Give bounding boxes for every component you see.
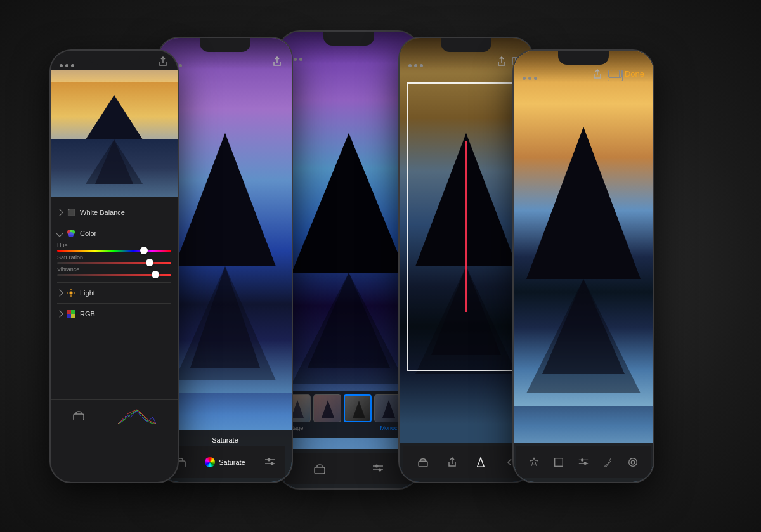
mask-tool-5[interactable] xyxy=(627,457,639,468)
overlay-bottom-3 xyxy=(279,449,419,488)
svg-marker-30 xyxy=(292,133,406,273)
vibrance-track[interactable] xyxy=(57,274,171,276)
screen-2: Saturate Saturate xyxy=(159,38,292,482)
white-balance-label: White Balance xyxy=(80,209,125,216)
arrow-light xyxy=(56,289,63,296)
color-wheel-icon xyxy=(205,457,215,467)
share-icon-5[interactable] xyxy=(592,68,603,80)
sliders-icon-2[interactable] xyxy=(264,457,276,467)
crop-box[interactable] xyxy=(407,82,526,371)
notch-5 xyxy=(558,51,609,65)
mountain-svg-2 xyxy=(159,38,292,393)
svg-rect-37 xyxy=(315,467,325,474)
dot-8 xyxy=(294,58,297,61)
light-icon xyxy=(66,288,76,298)
dot-13 xyxy=(523,77,526,80)
compare-icon-5[interactable] xyxy=(608,70,620,78)
rgb-icon xyxy=(66,309,76,319)
toolbar-5 xyxy=(516,446,651,478)
svg-marker-36 xyxy=(382,400,395,418)
svg-rect-16 xyxy=(67,314,71,318)
saturation-thumb[interactable] xyxy=(146,259,153,266)
svg-point-57 xyxy=(583,462,587,465)
share-icon-2[interactable] xyxy=(271,56,283,67)
sliders-tool-5[interactable] xyxy=(578,457,589,467)
svg-rect-14 xyxy=(67,310,71,314)
section-light: Light xyxy=(57,282,171,303)
rgb-header[interactable]: RGB xyxy=(57,308,171,320)
white-balance-header[interactable]: ⬛ White Balance xyxy=(57,206,171,219)
filter-thumb-2[interactable] xyxy=(313,394,341,422)
filter-thumb-4[interactable] xyxy=(374,394,402,422)
hue-track[interactable] xyxy=(57,250,171,252)
share-tool-4[interactable] xyxy=(447,457,457,467)
filter-row xyxy=(283,394,415,422)
svg-rect-17 xyxy=(71,314,75,318)
status-dots-4 xyxy=(408,64,423,67)
light-header[interactable]: Light xyxy=(57,287,171,299)
svg-rect-46 xyxy=(419,461,427,467)
toolbox-icon-3[interactable] xyxy=(313,464,326,474)
svg-point-55 xyxy=(581,458,584,462)
dot-1 xyxy=(60,64,63,67)
phone-1: ⬛ White Balance xyxy=(51,51,178,482)
saturation-track[interactable] xyxy=(57,262,171,264)
notch-3 xyxy=(323,32,374,46)
dot-3 xyxy=(71,64,74,67)
filter-thumb-3[interactable] xyxy=(344,394,372,422)
screen-5: Done xyxy=(514,51,653,482)
saturate-indicator: Saturate xyxy=(205,455,245,470)
vibrance-thumb[interactable] xyxy=(152,271,159,278)
screen-1: ⬛ White Balance xyxy=(51,51,178,482)
crop-tool-5[interactable] xyxy=(553,457,564,468)
arrow-color xyxy=(56,230,63,237)
overlay-bottom-5 xyxy=(514,443,653,482)
notch-2 xyxy=(200,38,250,52)
toolbar-1 xyxy=(51,399,178,431)
status-dots-1 xyxy=(60,64,74,67)
vibrance-slider-row: Vibrance xyxy=(57,266,171,276)
screen-3: Vintage Monochrome xyxy=(279,32,419,488)
filter-panel-3: Vintage Monochrome xyxy=(279,391,419,438)
color-header[interactable]: Color xyxy=(57,227,171,240)
overlay-bottom-4 xyxy=(400,443,533,482)
section-rgb: RGB xyxy=(57,303,171,324)
auto-enhance-icon[interactable] xyxy=(528,457,540,468)
share-icon-1[interactable] xyxy=(157,56,169,67)
saturate-text: Saturate xyxy=(219,458,245,466)
notch-1 xyxy=(89,51,140,65)
section-white-balance: ⬛ White Balance xyxy=(57,202,171,223)
arrow-rgb xyxy=(56,310,63,317)
dot-10 xyxy=(408,64,412,67)
histogram-1 xyxy=(118,406,156,425)
dot-11 xyxy=(414,64,417,67)
hue-thumb[interactable] xyxy=(140,247,148,254)
section-color: Color Hue Saturation xyxy=(57,223,171,282)
brush-tool-5[interactable] xyxy=(602,457,614,468)
dot-14 xyxy=(528,77,531,80)
sliders-icon-3[interactable] xyxy=(372,464,384,474)
mountain-svg-3 xyxy=(279,32,419,399)
toolbox-icon-1[interactable] xyxy=(72,410,85,420)
done-button[interactable]: Done xyxy=(625,69,644,79)
svg-point-58 xyxy=(629,458,637,466)
filter-labels: Vintage Monochrome xyxy=(283,422,415,434)
svg-point-9 xyxy=(70,291,73,294)
notch-4 xyxy=(441,38,491,52)
mountain-svg-1 xyxy=(51,82,178,197)
photo-5 xyxy=(514,51,653,482)
overlay-bottom-2: Saturate Saturate xyxy=(159,430,292,482)
svg-marker-32 xyxy=(292,273,406,384)
dot-2 xyxy=(65,64,68,67)
phone-2: Saturate Saturate xyxy=(159,38,292,482)
svg-point-59 xyxy=(632,460,635,464)
crop-icon-4[interactable] xyxy=(475,457,486,468)
phone-4 xyxy=(400,38,533,482)
photo-2 xyxy=(159,38,292,482)
svg-rect-15 xyxy=(71,310,75,314)
share-icon-4[interactable] xyxy=(496,56,507,67)
toolbox-icon-4[interactable] xyxy=(417,458,429,467)
crop-center-line xyxy=(465,141,467,313)
color-label: Color xyxy=(80,230,96,237)
toolbar-2: Saturate xyxy=(165,446,285,478)
